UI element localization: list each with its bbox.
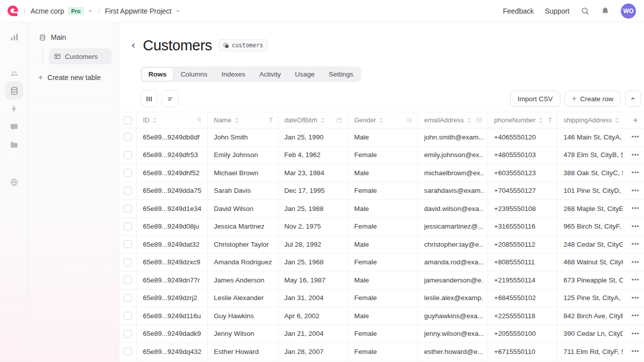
- table-row[interactable]: 65e89...9249dzxc9Amanda RodriguezJan 25,…: [119, 254, 644, 272]
- row-menu-button[interactable]: •••: [627, 182, 644, 200]
- table-row[interactable]: 65e89...9249dadk9Jenny WilsonJan 21, 200…: [119, 325, 644, 343]
- filter-icon: [167, 95, 174, 103]
- column-header-shippingAddress[interactable]: shippingAddress: [557, 112, 627, 128]
- row-menu-button[interactable]: •••: [627, 289, 644, 307]
- select-all-checkbox[interactable]: [119, 112, 136, 128]
- table-row[interactable]: 65e89...9249d08juJessica MartinezNov 2, …: [119, 218, 644, 236]
- create-row-button[interactable]: Create row: [565, 91, 621, 107]
- column-header-phoneNumber[interactable]: phoneNumber: [488, 112, 557, 128]
- table-row[interactable]: 65e89...9249dat32Christopher TaylorJul 2…: [119, 236, 644, 254]
- sort-icon[interactable]: [320, 117, 325, 124]
- database-name[interactable]: Main: [39, 33, 112, 41]
- cell-phoneNumber: +7045550127: [488, 182, 557, 200]
- row-menu-button[interactable]: •••: [627, 236, 644, 253]
- table-row[interactable]: 65e89...9249dn77rJames AndersonMay 16, 1…: [119, 271, 644, 289]
- row-menu-button[interactable]: •••: [627, 325, 644, 343]
- cell-name: Sarah Davis: [207, 182, 278, 200]
- org-switcher[interactable]: Acme corp Pro: [31, 7, 93, 15]
- row-checkbox[interactable]: [119, 218, 136, 236]
- row-menu-button[interactable]: •••: [627, 164, 644, 182]
- table-row[interactable]: 65e89...9249dda75Sarah DavisDec 17, 1995…: [119, 182, 644, 200]
- bell-icon[interactable]: [601, 7, 610, 16]
- search-icon[interactable]: [581, 7, 590, 16]
- cell-emailAddress: esther.howard@e...: [418, 343, 488, 360]
- back-button[interactable]: [130, 42, 137, 49]
- lightning-icon[interactable]: [9, 104, 19, 114]
- table-slug-badge[interactable]: customers: [218, 39, 268, 51]
- bar-chart-icon[interactable]: [9, 32, 19, 42]
- sort-icon[interactable]: [379, 117, 383, 124]
- import-csv-button[interactable]: Import CSV: [510, 91, 560, 107]
- sort-icon[interactable]: [234, 117, 239, 124]
- row-checkbox[interactable]: [119, 307, 136, 325]
- tab-rows[interactable]: Rows: [141, 67, 174, 81]
- feedback-link[interactable]: Feedback: [503, 7, 533, 15]
- sidebar-item-customers[interactable]: Customers: [49, 48, 112, 64]
- support-link[interactable]: Support: [545, 7, 570, 15]
- appwrite-logo[interactable]: [6, 5, 19, 17]
- column-header-emailAddress[interactable]: emailAddress: [418, 112, 488, 128]
- add-column-button[interactable]: +: [627, 112, 644, 128]
- cell-name: Michael Brown: [207, 164, 278, 182]
- table-row[interactable]: 65e89...9249dzrj2Leslie AlexanderJan 31,…: [119, 289, 644, 308]
- row-checkbox[interactable]: [119, 147, 136, 164]
- tab-settings[interactable]: Settings: [321, 67, 360, 81]
- sort-icon[interactable]: [152, 117, 157, 124]
- tab-columns[interactable]: Columns: [174, 67, 214, 81]
- folder-icon[interactable]: [9, 140, 19, 150]
- cell-phoneNumber: +4805550103: [488, 147, 557, 164]
- table-row[interactable]: 65e89...9249d1e34David WilsonJan 25, 198…: [119, 200, 644, 218]
- row-menu-button[interactable]: •••: [627, 218, 644, 236]
- column-header-gender[interactable]: Gender: [348, 112, 418, 128]
- cell-phoneNumber: +2085550112: [488, 236, 557, 253]
- collapse-toolbar-button[interactable]: [625, 91, 641, 107]
- globe-icon[interactable]: [9, 177, 19, 187]
- filters-button[interactable]: [162, 90, 179, 107]
- row-checkbox[interactable]: [119, 271, 136, 289]
- row-menu-button[interactable]: •••: [627, 128, 644, 146]
- table-row[interactable]: 65e89...9249dq432Esther HowardJan 28, 20…: [119, 343, 644, 361]
- sort-icon[interactable]: [538, 117, 543, 124]
- row-checkbox[interactable]: [119, 289, 136, 307]
- database-icon[interactable]: [5, 82, 23, 100]
- create-row-label: Create row: [580, 95, 613, 103]
- tab-activity[interactable]: Activity: [253, 67, 288, 81]
- row-checkbox[interactable]: [119, 182, 136, 200]
- row-checkbox[interactable]: [119, 236, 136, 253]
- row-menu-button[interactable]: •••: [627, 254, 644, 271]
- column-header-id[interactable]: ID: [136, 112, 207, 128]
- cell-phoneNumber: +6845550102: [488, 289, 557, 307]
- column-header-name[interactable]: Name: [207, 112, 278, 128]
- tab-indexes[interactable]: Indexes: [214, 67, 252, 81]
- column-header-dateOfBitrh[interactable]: dateOfBitrh: [278, 112, 348, 128]
- sort-icon[interactable]: [615, 117, 619, 124]
- project-name: First Appwrite Project: [105, 7, 172, 15]
- row-menu-button[interactable]: •••: [627, 343, 644, 360]
- table-row[interactable]: 65e89...9249dfr53Emily JohnsonFeb 4, 196…: [119, 147, 644, 165]
- row-menu-button[interactable]: •••: [627, 147, 644, 164]
- row-menu-button[interactable]: •••: [627, 200, 644, 218]
- cell-shippingAddress: 468 Walnut St, CityH,: [557, 254, 627, 271]
- row-menu-button[interactable]: •••: [627, 271, 644, 289]
- cell-dateOfBitrh: Jan 25, 1968: [278, 254, 348, 271]
- row-checkbox[interactable]: [119, 343, 136, 360]
- table-row[interactable]: 65e89...9249dhf52Michael BrownMar 23, 19…: [119, 164, 644, 182]
- row-menu-button[interactable]: •••: [627, 307, 644, 325]
- project-switcher[interactable]: First Appwrite Project: [105, 7, 181, 15]
- table-row[interactable]: 65e89...9249d116uGuy HawkinsApr 6, 2002M…: [119, 307, 644, 325]
- chat-icon[interactable]: [9, 122, 19, 132]
- sort-icon[interactable]: [467, 117, 471, 124]
- row-checkbox[interactable]: [119, 254, 136, 271]
- cell-emailAddress: emily.johnson@ex...: [418, 147, 488, 164]
- cell-name: David Wilson: [207, 200, 278, 218]
- tab-usage[interactable]: Usage: [288, 67, 321, 81]
- users-icon[interactable]: [9, 68, 19, 78]
- row-checkbox[interactable]: [119, 200, 136, 218]
- row-checkbox[interactable]: [119, 164, 136, 182]
- avatar[interactable]: WO: [621, 4, 636, 19]
- create-table-button[interactable]: Create new table: [38, 74, 112, 82]
- row-checkbox[interactable]: [119, 128, 136, 146]
- row-checkbox[interactable]: [119, 325, 136, 343]
- table-row[interactable]: 65e89...9249db8dfJohn SmithJan 25, 1990M…: [119, 128, 644, 147]
- columns-toggle-button[interactable]: [140, 90, 157, 107]
